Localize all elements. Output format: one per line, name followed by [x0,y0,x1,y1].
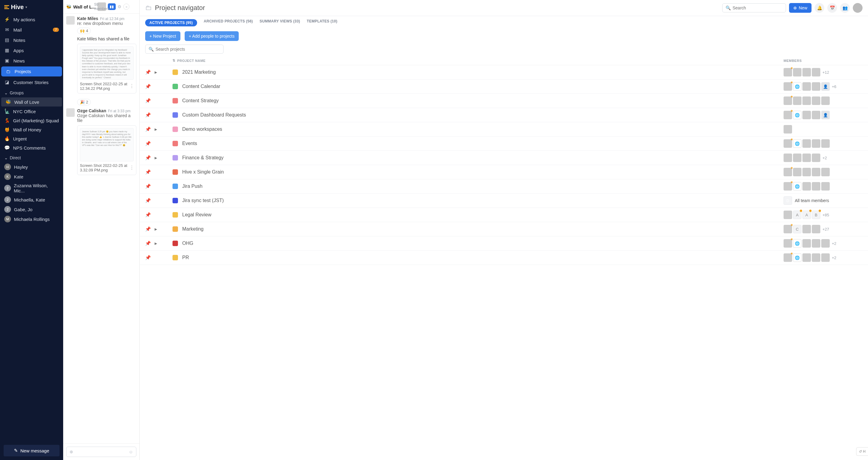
member-avatar[interactable] [783,125,792,133]
member-avatar[interactable] [802,225,811,233]
member-avatar[interactable]: 🌐 [793,82,802,91]
sidebar-item-notes[interactable]: ▤Notes [0,35,63,45]
chevron-right-icon[interactable]: ▶ [155,241,157,245]
pin-icon[interactable]: 📌 [145,184,151,189]
sidebar-item-apps[interactable]: ▦Apps [0,45,63,56]
project-row[interactable]: 📌 ▶ Marketing C+27 [140,222,868,236]
direct-header[interactable]: ⌄ Direct [0,152,63,162]
pin-icon[interactable]: 📌 [145,155,151,161]
more-count[interactable]: +85 [823,213,829,217]
plus-icon[interactable]: ⊕ [69,449,73,454]
dm-item[interactable]: KKate [0,172,63,182]
project-name[interactable]: Hive x Single Grain [182,169,224,175]
col-members[interactable]: MEMBERS [783,59,802,63]
file-card[interactable]: I appreciate that you've integrated my f… [77,44,136,94]
pin-icon[interactable]: 📌 [145,141,151,146]
project-name[interactable]: Content Strategy [182,98,219,103]
pin-icon[interactable]: 📌 [145,255,151,260]
project-name[interactable]: Demo workspaces [182,127,222,132]
project-name[interactable]: Content Calendar [182,84,220,89]
member-avatar[interactable] [812,239,820,248]
project-row[interactable]: 📌 ▶ Content Strategy [140,94,868,108]
member-avatar[interactable] [783,139,792,148]
pin-icon[interactable]: 📌 [145,169,151,175]
member-avatar[interactable] [802,154,811,162]
group-item[interactable]: 💬NPS Comments [0,143,63,152]
project-row[interactable]: 📌 ▶ 2021 Marketing +12 [140,65,868,79]
group-item[interactable]: 🗽NYC Office [0,107,63,116]
sidebar-item-customer-stories[interactable]: ◪Customer Stories [0,77,63,88]
member-avatar[interactable] [802,97,811,105]
member-avatar[interactable] [821,239,830,248]
history-button[interactable]: ↺ H [856,447,868,456]
group-item[interactable]: 🐝Wall of Love [1,97,62,106]
sidebar-item-projects[interactable]: 🗀Projects [1,66,62,76]
avatar[interactable] [853,3,863,13]
member-avatar[interactable] [783,210,792,219]
member-avatar[interactable] [783,182,792,191]
more-count[interactable]: +12 [823,70,829,75]
project-name[interactable]: Legal Review [182,212,211,218]
project-row[interactable]: 📌 ▶ PR 🌐+2 [140,251,868,265]
more-count[interactable]: +2 [832,256,836,260]
member-avatar[interactable] [821,182,830,191]
file-card[interactable]: Jeanne Sullivan 3:25 pm 😊 you have made … [77,125,136,175]
member-avatar[interactable] [783,82,792,91]
member-avatar[interactable] [783,239,792,248]
member-avatar[interactable] [793,68,802,76]
member-avatar[interactable]: 🌐 [793,239,802,248]
groups-header[interactable]: ⌄ Groups [0,88,63,97]
member-avatar[interactable] [812,97,820,105]
member-avatar[interactable]: 🌐 [793,253,802,262]
project-row[interactable]: 📌 ▶ Finance & Strategy +2 [140,151,868,165]
member-avatar[interactable] [821,139,830,148]
reaction[interactable]: 🎉2 [77,99,91,105]
brand-logo[interactable]: Hive ▾ [0,0,63,14]
chevron-right-icon[interactable]: ▶ [155,156,157,160]
add-people-button[interactable]: + Add people to projects [185,31,239,41]
emoji-icon[interactable]: ☺ [129,449,133,454]
project-row[interactable]: 📌 ▶ Jira sync test (JST) DAll team membe… [140,194,868,208]
more-icon[interactable]: ⋮ [129,165,134,170]
member-avatar[interactable]: 🌐 [793,139,802,148]
project-name[interactable]: Custom Dashboard Requests [182,112,246,118]
project-name[interactable]: PR [182,255,189,260]
member-avatar[interactable] [812,82,820,91]
people-icon[interactable]: 👥 [840,3,850,13]
chevron-right-icon[interactable]: ▶ [155,127,157,131]
more-count[interactable]: +27 [823,227,829,232]
member-avatar[interactable] [783,111,792,119]
tab[interactable]: ARCHIVED PROJECTS (56) [204,19,253,26]
pin-icon[interactable]: 📌 [145,69,151,75]
member-avatar[interactable] [821,253,830,262]
member-avatar[interactable] [802,253,811,262]
member-avatar[interactable]: A [802,210,811,219]
project-name[interactable]: Marketing [182,226,204,232]
dm-item[interactable]: 2Gabe, Jo [0,204,63,214]
dm-item[interactable]: HHayley [0,162,63,172]
project-row[interactable]: 📌 ▶ Events 🌐 [140,136,868,151]
member-avatar[interactable] [802,182,811,191]
more-count[interactable]: +2 [823,156,827,160]
member-avatar[interactable]: 👤 [821,82,830,91]
project-row[interactable]: 📌 ▶ Legal Review AAB+85 [140,208,868,222]
tab[interactable]: TEMPLATES (10) [307,19,337,26]
bell-icon[interactable]: 🔔 [814,3,824,13]
new-project-button[interactable]: + New Project [145,31,180,41]
member-avatar[interactable]: 🌐 [793,182,802,191]
more-count[interactable]: +2 [832,241,836,246]
project-name[interactable]: 2021 Marketing [182,69,216,75]
message-composer[interactable]: ⊕ ☺ [66,447,136,457]
author[interactable]: Kate Miles [77,16,98,21]
search-input[interactable] [733,5,783,10]
group-item[interactable]: 🔥Urgent [0,134,63,143]
project-name[interactable]: Events [182,141,197,146]
group-item[interactable]: 💃Girl (Marketing) Squad [0,116,63,125]
member-avatar[interactable] [783,97,792,105]
new-message-button[interactable]: ✎ New message [4,445,60,456]
project-name[interactable]: Jira Push [182,184,203,189]
chevron-right-icon[interactable]: ▶ [155,70,157,74]
member-avatar[interactable]: 🌐 [793,111,802,119]
project-row[interactable]: 📌 ▶ Hive x Single Grain [140,165,868,179]
member-avatar[interactable] [821,97,830,105]
